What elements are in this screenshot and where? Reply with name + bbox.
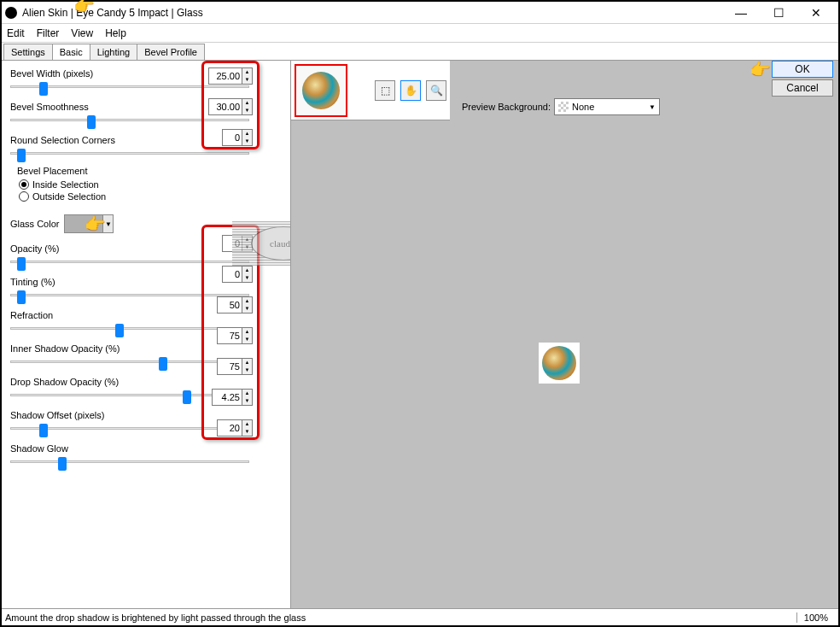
- tabbar: Settings Basic Lighting Bevel Profile 👉: [2, 43, 838, 60]
- bevel-smoothness-input[interactable]: ▲▼: [208, 98, 253, 115]
- bevel-smoothness-label: Bevel Smoothness: [10, 102, 181, 112]
- window-title: Alien Skin | Eye Candy 5 Impact | Glass: [22, 7, 722, 19]
- glass-color-picker[interactable]: ▼: [64, 214, 114, 233]
- round-corners-input[interactable]: ▲▼: [222, 129, 266, 146]
- bevel-width-label: Bevel Width (pixels): [10, 68, 181, 79]
- minimize-button[interactable]: —: [722, 3, 760, 23]
- shadow-offset-input[interactable]: ▲▼: [212, 389, 256, 406]
- status-message: Amount the drop shadow is brightened by …: [5, 612, 796, 623]
- tab-bevel-profile[interactable]: Bevel Profile: [137, 44, 205, 60]
- pointer-tool-icon[interactable]: ⬚: [375, 80, 395, 101]
- shadow-glow-input[interactable]: ▲▼: [217, 419, 261, 437]
- radio-outside-selection[interactable]: Outside Selection: [19, 191, 282, 202]
- settings-panel: Bevel Width (pixels) ▲▼ Bevel Smoothness…: [2, 61, 290, 608]
- preview-panel: ⬚ ✋ 🔍 Preview Background: None▼ 👉 OK Can…: [290, 61, 838, 608]
- ok-button[interactable]: OK: [772, 61, 833, 78]
- preview-bg-label: Preview Background:: [462, 102, 551, 112]
- opacity-slider[interactable]: [10, 257, 249, 267]
- refraction-label: Refraction: [10, 310, 181, 320]
- menu-view[interactable]: View: [71, 27, 93, 39]
- tinting-slider[interactable]: [10, 290, 249, 301]
- opacity-label: Opacity (%): [10, 243, 181, 254]
- preview-image: [539, 343, 580, 384]
- preview-bg-select[interactable]: None▼: [554, 98, 660, 115]
- tinting-label: Tinting (%): [10, 277, 181, 287]
- drop-shadow-label: Drop Shadow Opacity (%): [10, 377, 181, 387]
- shadow-offset-slider[interactable]: [10, 424, 249, 434]
- pointer-icon: 👉: [750, 60, 771, 79]
- shadow-offset-label: Shadow Offset (pixels): [10, 410, 181, 420]
- tab-lighting[interactable]: Lighting: [90, 44, 138, 60]
- tab-basic[interactable]: Basic: [52, 44, 90, 60]
- app-icon: [5, 7, 17, 19]
- titlebar: Alien Skin | Eye Candy 5 Impact | Glass …: [2, 2, 838, 24]
- hand-tool-icon[interactable]: ✋: [400, 80, 421, 101]
- maximize-button[interactable]: ☐: [760, 3, 797, 23]
- cancel-button[interactable]: Cancel: [772, 79, 833, 97]
- shadow-glow-slider[interactable]: [10, 457, 249, 467]
- close-button[interactable]: ✕: [797, 3, 835, 23]
- inner-shadow-slider[interactable]: [10, 357, 249, 367]
- thumbnail-strip: ⬚ ✋ 🔍: [291, 61, 450, 120]
- bevel-smoothness-slider[interactable]: [10, 115, 249, 126]
- bevel-width-input[interactable]: ▲▼: [208, 67, 253, 85]
- tab-settings[interactable]: Settings: [3, 44, 53, 60]
- refraction-slider[interactable]: [10, 324, 249, 334]
- glass-color-label: Glass Color: [10, 219, 59, 229]
- zoom-level: 100%: [796, 612, 835, 623]
- bevel-placement-label: Bevel Placement: [17, 166, 282, 176]
- inner-shadow-input[interactable]: ▲▼: [217, 327, 261, 344]
- shadow-glow-label: Shadow Glow: [10, 443, 181, 454]
- menu-edit[interactable]: Edit: [7, 27, 25, 39]
- radio-inside-selection[interactable]: Inside Selection: [19, 179, 282, 190]
- refraction-input[interactable]: ▲▼: [217, 296, 261, 314]
- round-corners-slider[interactable]: [10, 149, 249, 159]
- menu-help[interactable]: Help: [105, 27, 126, 39]
- menu-filter[interactable]: Filter: [37, 27, 60, 39]
- statusbar: Amount the drop shadow is brightened by …: [2, 608, 838, 625]
- zoom-tool-icon[interactable]: 🔍: [426, 80, 446, 101]
- drop-shadow-input[interactable]: ▲▼: [217, 358, 261, 375]
- opacity-input[interactable]: ▲▼: [222, 235, 266, 252]
- round-corners-label: Round Selection Corners: [10, 135, 181, 145]
- preview-thumbnail[interactable]: [295, 64, 347, 117]
- menubar: Edit Filter View Help: [2, 24, 838, 43]
- inner-shadow-label: Inner Shadow Opacity (%): [10, 343, 181, 354]
- tinting-input[interactable]: ▲▼: [222, 266, 266, 283]
